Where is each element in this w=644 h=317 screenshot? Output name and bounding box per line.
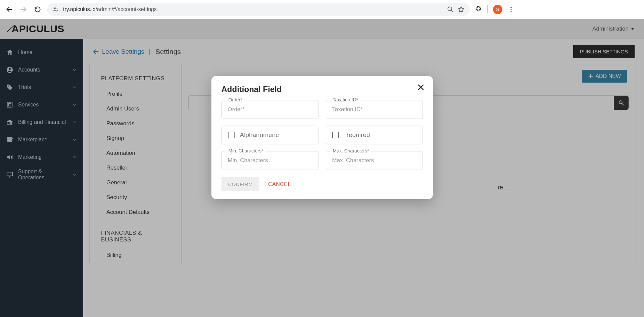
- close-icon: [417, 83, 425, 91]
- svg-line-7: [451, 10, 453, 12]
- browser-menu-icon[interactable]: [508, 6, 514, 13]
- alphanumeric-label: Alphanumeric: [240, 131, 279, 139]
- max-characters-label: Max. Characters*: [331, 148, 371, 153]
- alphanumeric-checkbox[interactable]: [228, 132, 235, 138]
- svg-point-5: [56, 10, 57, 11]
- min-characters-input[interactable]: [228, 157, 312, 164]
- taxation-id-label: Taxation ID*: [331, 97, 360, 102]
- address-bar[interactable]: try.apiculus.io/admin/#/account-settings: [47, 3, 470, 16]
- max-characters-input[interactable]: [332, 157, 416, 164]
- min-characters-field[interactable]: Min. Characters*: [221, 151, 318, 170]
- order-input[interactable]: [228, 106, 312, 113]
- site-settings-icon[interactable]: [52, 6, 59, 13]
- divider: [487, 5, 488, 13]
- browser-back-button[interactable]: [5, 5, 14, 14]
- additional-field-modal: Additional Field Order* Taxation ID* Alp…: [211, 76, 433, 199]
- app-root: ⁄APICULUS Administration Home Accounts T…: [0, 19, 644, 317]
- browser-forward-button[interactable]: [19, 5, 28, 14]
- order-field[interactable]: Order*: [221, 100, 318, 119]
- svg-marker-8: [458, 6, 464, 12]
- min-characters-label: Min. Characters*: [227, 148, 265, 153]
- taxation-id-field[interactable]: Taxation ID*: [326, 100, 423, 119]
- order-label: Order*: [227, 97, 244, 102]
- modal-title: Additional Field: [221, 85, 423, 94]
- modal-close-button[interactable]: [417, 83, 425, 91]
- browser-reload-button[interactable]: [33, 5, 42, 14]
- confirm-button[interactable]: CONFIRM: [221, 177, 260, 191]
- svg-point-11: [510, 11, 511, 12]
- max-characters-field[interactable]: Max. Characters*: [326, 151, 423, 170]
- zoom-icon[interactable]: [447, 6, 454, 13]
- alphanumeric-checkbox-field[interactable]: Alphanumeric: [221, 126, 318, 144]
- bookmark-icon[interactable]: [458, 6, 464, 13]
- svg-point-3: [54, 7, 55, 8]
- required-checkbox[interactable]: [332, 132, 339, 138]
- browser-chrome: try.apiculus.io/admin/#/account-settings…: [0, 0, 644, 19]
- required-label: Required: [344, 131, 370, 139]
- svg-point-9: [510, 7, 511, 8]
- svg-point-10: [510, 9, 511, 10]
- extensions-icon[interactable]: [475, 6, 482, 13]
- cancel-button[interactable]: CANCEL: [268, 181, 291, 187]
- required-checkbox-field[interactable]: Required: [326, 126, 423, 144]
- profile-avatar[interactable]: S: [493, 5, 502, 14]
- url-text: try.apiculus.io/admin/#/account-settings: [63, 6, 157, 12]
- modal-wrapper: Additional Field Order* Taxation ID* Alp…: [0, 19, 644, 317]
- taxation-id-input[interactable]: [332, 106, 416, 113]
